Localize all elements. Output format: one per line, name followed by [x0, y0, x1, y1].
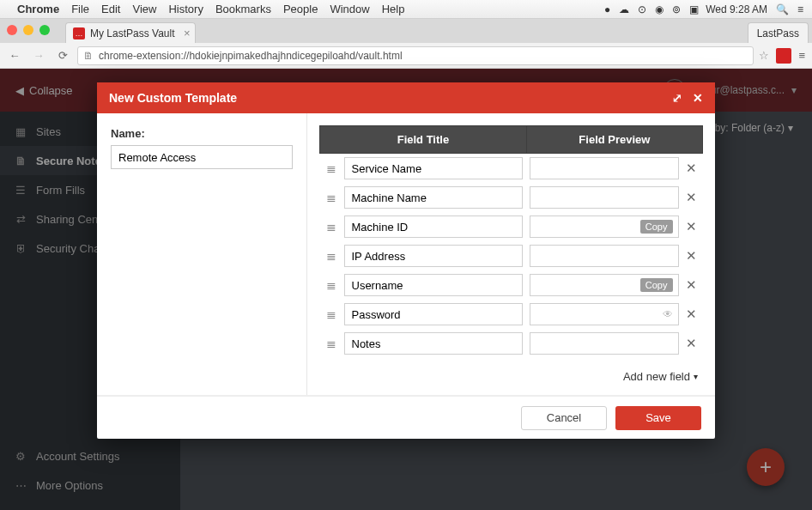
field-row: ≣✕ — [320, 183, 703, 212]
drag-handle-icon[interactable]: ≣ — [324, 249, 339, 263]
field-title-input[interactable] — [344, 303, 524, 325]
page-icon: 🗎 — [83, 50, 94, 62]
url-text: chrome-extension://hdokiejnpimakedhajhnd… — [99, 50, 403, 62]
remove-field-icon[interactable]: ✕ — [684, 219, 700, 234]
address-bar: ← → ⟳ 🗎 chrome-extension://hdokiejnpimak… — [0, 43, 812, 69]
status-icon[interactable]: ● — [604, 3, 610, 15]
window-controls — [7, 25, 50, 35]
new-custom-template-modal: New Custom Template ⤢ ✕ Name: Field Titl… — [97, 82, 715, 439]
drag-handle-icon[interactable]: ≣ — [324, 337, 339, 350]
modal-footer: Cancel Save — [97, 396, 715, 439]
tab-favicon: … — [73, 27, 85, 39]
status-battery-icon[interactable]: ▣ — [689, 3, 699, 15]
nav-back-button[interactable]: ← — [5, 46, 24, 65]
menu-bookmarks[interactable]: Bookmarks — [215, 3, 271, 15]
remove-field-icon[interactable]: ✕ — [684, 336, 700, 351]
modal-expand-icon[interactable]: ⤢ — [672, 91, 682, 105]
nav-reload-button[interactable]: ⟳ — [53, 46, 72, 65]
lastpass-extension-icon[interactable] — [776, 48, 791, 64]
cancel-button[interactable]: Cancel — [521, 406, 607, 430]
status-cloud-icon[interactable]: ☁ — [619, 3, 629, 15]
modal-title: New Custom Template — [109, 91, 237, 105]
field-title-input[interactable] — [344, 332, 524, 355]
remove-field-icon[interactable]: ✕ — [684, 190, 700, 205]
status-headphones-icon[interactable]: ⊙ — [638, 3, 646, 15]
name-label: Name: — [111, 127, 293, 140]
remove-field-icon[interactable]: ✕ — [684, 161, 700, 176]
modal-close-icon[interactable]: ✕ — [693, 91, 703, 105]
ext-label: LastPass — [757, 27, 799, 39]
mac-menubar: Chrome File Edit View History Bookmarks … — [0, 0, 812, 19]
field-preview-box[interactable]: Copy — [530, 216, 678, 238]
drag-handle-icon[interactable]: ≣ — [324, 161, 339, 175]
nav-forward-button[interactable]: → — [29, 46, 48, 65]
caret-down-icon: ▾ — [694, 372, 698, 381]
remove-field-icon[interactable]: ✕ — [684, 307, 700, 322]
window-minimize-button[interactable] — [23, 25, 33, 35]
chrome-window: … My LastPass Vault × LastPass ← → ⟳ 🗎 c… — [0, 19, 812, 510]
drag-handle-icon[interactable]: ≣ — [324, 220, 339, 234]
field-preview-box[interactable] — [530, 157, 678, 179]
menubar-clock[interactable]: Wed 9:28 AM — [706, 3, 767, 15]
save-button[interactable]: Save — [615, 406, 701, 430]
cancel-label: Cancel — [547, 411, 581, 424]
field-preview-box[interactable] — [530, 186, 678, 209]
window-zoom-button[interactable] — [39, 25, 50, 35]
remove-field-icon[interactable]: ✕ — [684, 248, 700, 264]
drag-handle-icon[interactable]: ≣ — [324, 191, 339, 204]
add-field-label: Add new field — [623, 370, 690, 383]
app-surface: ◀ Collapse LastPass arthur@lastpass.c...… — [0, 69, 812, 510]
field-table: Field Title Field Preview ≣✕≣✕≣Copy✕≣✕≣C… — [319, 125, 703, 358]
chrome-menu-icon[interactable]: ≡ — [798, 49, 805, 62]
field-row: ≣Copy✕ — [320, 212, 703, 241]
tab-strip: … My LastPass Vault × LastPass — [0, 19, 812, 43]
add-new-field-dropdown[interactable]: Add new field ▾ — [618, 367, 703, 386]
modal-right-panel: Field Title Field Preview ≣✕≣✕≣Copy✕≣✕≣C… — [307, 113, 715, 395]
reveal-password-icon[interactable]: 👁 — [663, 308, 673, 320]
drag-handle-icon[interactable]: ≣ — [324, 278, 339, 292]
copy-badge[interactable]: Copy — [640, 220, 673, 234]
menu-edit[interactable]: Edit — [101, 3, 120, 15]
menubar-hamburger-icon[interactable]: ≡ — [797, 3, 803, 15]
field-title-input[interactable] — [344, 274, 524, 296]
field-row: ≣Copy✕ — [320, 270, 703, 300]
field-title-input[interactable] — [344, 186, 524, 209]
copy-badge[interactable]: Copy — [640, 278, 673, 292]
col-field-preview: Field Preview — [526, 126, 702, 154]
menu-history[interactable]: History — [168, 3, 203, 15]
omnibox[interactable]: 🗎 chrome-extension://hdokiejnpimakedhajh… — [77, 46, 754, 65]
bookmark-star-icon[interactable]: ☆ — [759, 49, 769, 62]
template-name-input[interactable] — [111, 145, 293, 169]
status-dot-icon[interactable]: ◉ — [655, 3, 664, 15]
field-preview-box[interactable] — [530, 332, 678, 355]
menu-people[interactable]: People — [283, 3, 318, 15]
field-row: ≣✕ — [320, 241, 703, 270]
window-close-button[interactable] — [7, 25, 17, 35]
tab-close-icon[interactable]: × — [184, 27, 191, 39]
menu-view[interactable]: View — [132, 3, 156, 15]
menu-file[interactable]: File — [71, 3, 89, 15]
status-wifi-icon[interactable]: ⊚ — [672, 3, 681, 15]
field-title-input[interactable] — [344, 245, 524, 267]
modal-header: New Custom Template ⤢ ✕ — [97, 82, 715, 113]
field-row: ≣✕ — [320, 154, 703, 184]
drag-handle-icon[interactable]: ≣ — [324, 307, 339, 321]
save-label: Save — [645, 411, 671, 424]
field-preview-box[interactable] — [530, 245, 678, 267]
tab-title: My LastPass Vault — [90, 27, 174, 39]
field-row: ≣✕ — [320, 329, 703, 358]
menu-window[interactable]: Window — [330, 3, 369, 15]
menu-help[interactable]: Help — [382, 3, 405, 15]
menubar-app-name[interactable]: Chrome — [17, 3, 59, 15]
field-preview-box[interactable]: 👁 — [530, 303, 678, 325]
modal-body: Name: Field Title Field Preview ≣✕≣✕≣Cop… — [97, 113, 715, 396]
field-title-input[interactable] — [344, 157, 524, 179]
spotlight-icon[interactable]: 🔍 — [776, 3, 789, 15]
field-title-input[interactable] — [344, 216, 524, 238]
remove-field-icon[interactable]: ✕ — [684, 277, 700, 293]
field-preview-box[interactable]: Copy — [530, 274, 678, 296]
lastpass-extension-tab[interactable]: LastPass — [748, 22, 809, 43]
modal-left-panel: Name: — [97, 113, 307, 395]
browser-tab[interactable]: … My LastPass Vault × — [65, 22, 196, 43]
col-field-title: Field Title — [320, 126, 527, 154]
